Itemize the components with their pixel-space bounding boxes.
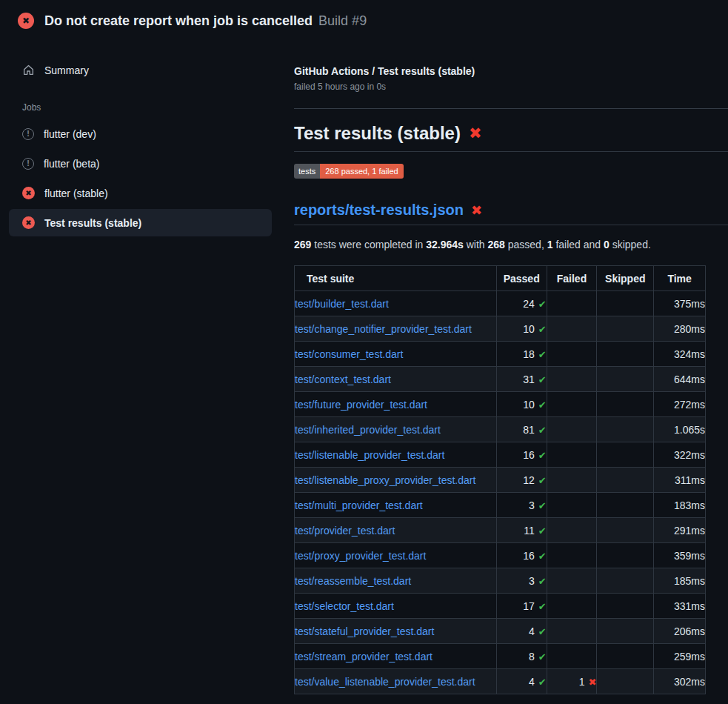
test-suite-cell: test/future_provider_test.dart (295, 392, 497, 417)
passed-count: 4 (529, 625, 535, 637)
test-suite-cell: test/selector_test.dart (295, 594, 497, 619)
test-suite-cell: test/inherited_provider_test.dart (295, 417, 497, 442)
passed-count: 12 (523, 474, 535, 486)
sidebar-item-flutter-dev[interactable]: ! flutter (dev) (9, 120, 272, 147)
check-icon: ✔ (538, 475, 547, 486)
passed-count-cell: 11✔ (496, 518, 547, 543)
test-suite-link[interactable]: test/listenable_provider_test.dart (295, 449, 444, 461)
passed-count-cell: 3✔ (496, 568, 547, 594)
test-suite-link[interactable]: test/context_test.dart (295, 373, 391, 385)
test-suite-cell: test/multi_provider_test.dart (295, 493, 497, 518)
failed-count-cell (547, 493, 597, 518)
passed-count-cell: 12✔ (496, 468, 547, 493)
home-icon (22, 64, 35, 76)
check-icon: ✔ (538, 425, 547, 436)
passed-count-cell: 4✔ (496, 669, 547, 694)
passed-count: 3 (529, 575, 535, 587)
sidebar-item-test-results-stable[interactable]: ✖ Test results (stable) (9, 209, 272, 236)
test-suite-link[interactable]: test/multi_provider_test.dart (295, 499, 423, 511)
test-suite-link[interactable]: test/proxy_provider_test.dart (295, 550, 426, 562)
failed-count-cell (547, 619, 597, 644)
sidebar-item-flutter-stable[interactable]: ✖ flutter (stable) (9, 179, 272, 207)
skipped-count-cell (597, 342, 654, 367)
skipped-count-cell (597, 568, 654, 594)
table-row: test/proxy_provider_test.dart16✔359ms (295, 543, 706, 568)
test-suite-link[interactable]: test/stream_provider_test.dart (295, 651, 433, 663)
passed-count-cell: 31✔ (496, 367, 547, 392)
cross-icon: ✖ (588, 677, 596, 688)
failed-x-circle-icon: ✖ (18, 13, 34, 29)
failed-count-cell (547, 367, 597, 392)
time-cell: 302ms (654, 669, 706, 694)
passed-count-cell: 16✔ (496, 442, 547, 468)
test-suite-cell: test/consumer_test.dart (295, 342, 497, 367)
failed-count-cell (547, 417, 597, 442)
job-label: flutter (stable) (44, 187, 108, 199)
failed-count-cell (547, 568, 597, 594)
test-suite-link[interactable]: test/value_listenable_provider_test.dart (295, 676, 475, 688)
test-suite-link[interactable]: test/selector_test.dart (295, 600, 394, 612)
check-icon: ✔ (538, 299, 547, 310)
passed-count-cell: 10✔ (496, 392, 547, 417)
check-icon: ✔ (538, 677, 547, 688)
test-suite-link[interactable]: test/consumer_test.dart (295, 348, 403, 360)
test-suite-link[interactable]: test/stateful_provider_test.dart (295, 625, 434, 637)
passed-count: 31 (523, 373, 535, 385)
column-header-time: Time (654, 266, 706, 291)
report-file-link[interactable]: reports/test-results.json ✖ (294, 202, 728, 225)
time-cell: 331ms (654, 594, 706, 619)
passed-count: 10 (523, 323, 535, 335)
table-row: test/consumer_test.dart18✔324ms (295, 342, 706, 367)
check-icon: ✔ (538, 324, 547, 335)
test-suite-link[interactable]: test/future_provider_test.dart (295, 399, 427, 411)
time-cell: 644ms (654, 367, 706, 392)
cross-mark-icon: ✖ (469, 124, 482, 142)
job-label: Test results (stable) (44, 217, 141, 229)
job-label: flutter (dev) (44, 128, 96, 140)
time-cell: 375ms (654, 291, 706, 316)
check-icon: ✔ (538, 399, 547, 411)
jobs-heading: Jobs (22, 102, 272, 113)
failed-count-cell (547, 594, 597, 619)
test-suite-link[interactable]: test/reassemble_test.dart (295, 575, 411, 587)
sidebar: Summary Jobs ! flutter (dev) ! flutter (… (0, 41, 282, 704)
table-row: test/listenable_proxy_provider_test.dart… (295, 468, 706, 493)
failed-x-circle-icon: ✖ (22, 187, 35, 199)
time-cell: 324ms (654, 342, 706, 367)
skipped-count-cell (597, 442, 654, 468)
skipped-count-cell (597, 543, 654, 568)
run-build-number: Build #9 (318, 13, 367, 29)
passed-count: 16 (523, 550, 535, 562)
passed-count: 18 (523, 348, 535, 360)
check-icon: ✔ (538, 349, 547, 360)
column-header-failed: Failed (547, 266, 597, 291)
sidebar-item-summary[interactable]: Summary (9, 56, 272, 84)
test-suite-link[interactable]: test/builder_test.dart (295, 298, 389, 310)
table-row: test/future_provider_test.dart10✔272ms (295, 392, 706, 417)
test-suite-link[interactable]: test/change_notifier_provider_test.dart (295, 323, 472, 335)
passed-count-cell: 4✔ (496, 619, 547, 644)
sidebar-item-flutter-beta[interactable]: ! flutter (beta) (9, 150, 272, 177)
passed-count: 10 (523, 399, 535, 411)
test-suite-link[interactable]: test/provider_test.dart (295, 525, 395, 537)
table-header-row: Test suite Passed Failed Skipped Time (295, 266, 706, 291)
skipped-count-cell (597, 669, 654, 694)
check-icon: ✔ (538, 601, 547, 612)
table-row: test/value_listenable_provider_test.dart… (295, 669, 706, 694)
failed-count-cell: 1✖ (547, 669, 597, 694)
failed-count-cell (547, 392, 597, 417)
failed-count: 1 (579, 676, 585, 688)
table-row: test/stateful_provider_test.dart4✔206ms (295, 619, 706, 644)
time-cell: 359ms (654, 543, 706, 568)
test-suite-cell: test/change_notifier_provider_test.dart (295, 316, 497, 342)
skipped-count-cell (597, 594, 654, 619)
check-icon: ✔ (538, 576, 547, 587)
passed-count: 81 (523, 424, 535, 436)
test-suite-cell: test/provider_test.dart (295, 518, 497, 543)
test-suite-link[interactable]: test/listenable_proxy_provider_test.dart (295, 474, 475, 486)
time-cell: 185ms (654, 568, 706, 594)
check-icon: ✔ (538, 374, 547, 385)
table-row: test/context_test.dart31✔644ms (295, 367, 706, 392)
test-suite-link[interactable]: test/inherited_provider_test.dart (295, 424, 441, 436)
table-row: test/stream_provider_test.dart8✔259ms (295, 644, 706, 669)
